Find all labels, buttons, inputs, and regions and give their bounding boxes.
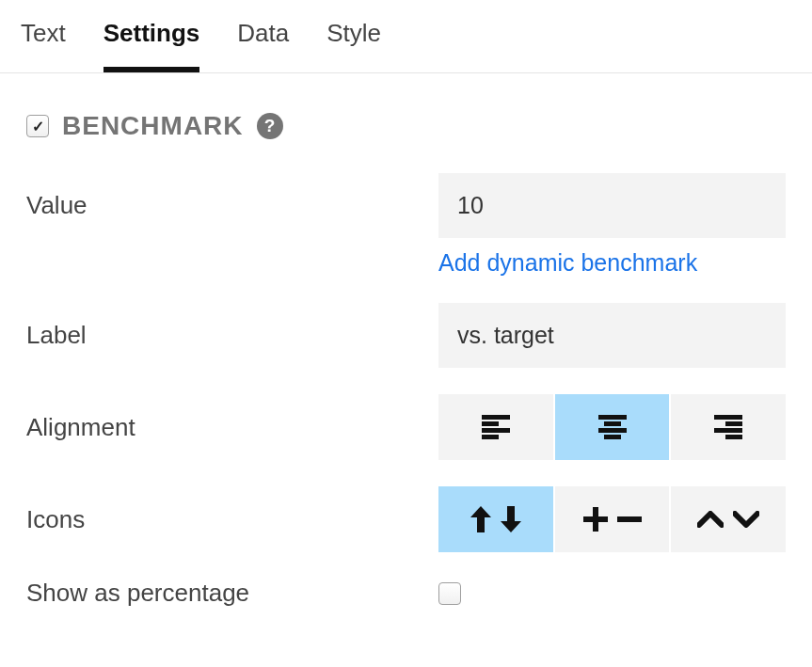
- tab-bar: Text Settings Data Style: [0, 0, 812, 73]
- tab-settings[interactable]: Settings: [103, 19, 200, 72]
- align-left-icon: [482, 415, 510, 439]
- show-pct-label: Show as percentage: [26, 579, 438, 608]
- svg-rect-14: [617, 516, 642, 522]
- svg-rect-3: [482, 435, 499, 439]
- dynamic-benchmark-row: Add dynamic benchmark: [26, 249, 786, 277]
- alignment-row: Alignment: [26, 394, 786, 460]
- show-pct-row: Show as percentage: [26, 579, 786, 608]
- svg-rect-11: [725, 435, 742, 439]
- value-row: Value: [26, 173, 786, 238]
- icons-plusminus-button[interactable]: [555, 486, 670, 552]
- benchmark-section: BENCHMARK ? Value Add dynamic benchmark …: [0, 73, 812, 608]
- icons-chevrons-button[interactable]: [671, 486, 786, 552]
- value-label: Value: [26, 191, 438, 220]
- icons-row: Icons: [26, 486, 786, 552]
- arrow-up-icon: [470, 506, 491, 532]
- arrow-down-icon: [501, 506, 521, 532]
- svg-rect-1: [482, 421, 499, 426]
- align-right-icon: [714, 415, 742, 439]
- svg-rect-4: [598, 415, 627, 420]
- alignment-label: Alignment: [26, 413, 438, 442]
- icons-group: [438, 486, 786, 552]
- align-right-button[interactable]: [671, 394, 786, 460]
- show-pct-checkbox[interactable]: [438, 582, 461, 605]
- chevron-down-icon: [733, 511, 759, 528]
- icons-arrows-button[interactable]: [438, 486, 553, 552]
- chevron-up-icon: [697, 511, 724, 528]
- svg-rect-7: [604, 435, 621, 439]
- svg-rect-6: [598, 428, 627, 433]
- section-title: BENCHMARK: [62, 111, 244, 141]
- plus-icon: [583, 507, 608, 532]
- help-icon[interactable]: ?: [257, 113, 283, 139]
- svg-rect-2: [482, 428, 510, 433]
- tab-text[interactable]: Text: [21, 19, 66, 72]
- add-dynamic-benchmark-link[interactable]: Add dynamic benchmark: [438, 249, 697, 276]
- tab-style[interactable]: Style: [326, 19, 381, 72]
- svg-rect-8: [714, 415, 742, 420]
- value-input[interactable]: [438, 173, 786, 238]
- svg-rect-13: [583, 516, 608, 522]
- svg-rect-10: [714, 428, 742, 433]
- section-header: BENCHMARK ?: [26, 111, 786, 141]
- benchmark-enable-checkbox[interactable]: [26, 115, 49, 137]
- tab-data[interactable]: Data: [237, 19, 289, 72]
- align-center-icon: [598, 415, 627, 439]
- svg-rect-0: [482, 415, 510, 420]
- label-input[interactable]: [438, 303, 786, 368]
- align-left-button[interactable]: [438, 394, 553, 460]
- alignment-group: [438, 394, 786, 460]
- svg-rect-9: [725, 421, 742, 426]
- minus-icon: [617, 507, 642, 532]
- svg-rect-5: [604, 421, 621, 426]
- align-center-button[interactable]: [555, 394, 670, 460]
- label-label: Label: [26, 321, 438, 350]
- label-row: Label: [26, 303, 786, 368]
- icons-label: Icons: [26, 505, 438, 534]
